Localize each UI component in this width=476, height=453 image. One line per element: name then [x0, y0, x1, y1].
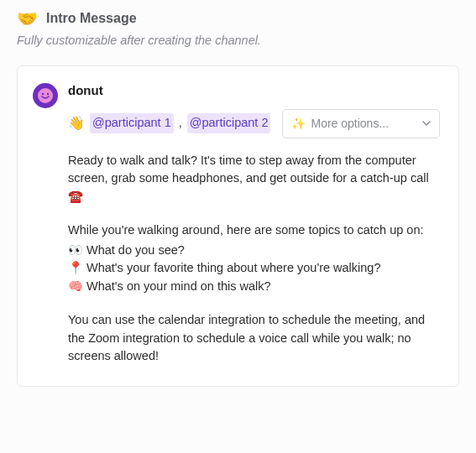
chevron-down-icon	[422, 119, 431, 128]
section-subtitle: Fully customizable after creating the ch…	[17, 34, 459, 47]
more-options-label: More options...	[311, 115, 389, 133]
message-preview-card: donut 👋 @participant 1 , @participant 2 …	[17, 65, 459, 387]
topic-text: What do you see?	[86, 242, 185, 260]
participant-row: 👋 @participant 1 , @participant 2 ✨ More…	[68, 109, 442, 138]
topic-text: What's your favorite thing about where y…	[86, 259, 381, 278]
closing-paragraph: You can use the calendar integration to …	[68, 311, 442, 366]
pin-icon: 📍	[68, 259, 83, 278]
handshake-icon: 🤝	[17, 10, 38, 27]
mention-participant-2[interactable]: @participant 2	[187, 113, 271, 133]
donut-face-icon	[39, 90, 51, 102]
topic-item: 📍 What's your favorite thing about where…	[68, 259, 442, 278]
topics-block: While you're walking around, here are so…	[68, 221, 442, 296]
svg-point-0	[42, 93, 44, 95]
separator: ,	[179, 114, 182, 133]
topic-item: 👀 What do you see?	[68, 242, 442, 260]
bot-avatar	[33, 83, 58, 108]
more-options-dropdown[interactable]: ✨ More options...	[282, 109, 440, 138]
svg-point-1	[47, 93, 49, 95]
sparkle-icon: ✨	[291, 115, 306, 133]
mention-participant-1[interactable]: @participant 1	[90, 113, 174, 133]
section-title: Intro Message	[46, 11, 137, 26]
topic-text: What's on your mind on this walk?	[86, 278, 271, 296]
wave-icon: 👋	[68, 113, 85, 133]
topic-item: 🧠 What's on your mind on this walk?	[68, 278, 442, 296]
topics-intro: While you're walking around, here are so…	[68, 221, 442, 240]
section-header: 🤝 Intro Message	[17, 10, 459, 27]
intro-paragraph: Ready to walk and talk? It's time to ste…	[68, 152, 442, 206]
brain-icon: 🧠	[68, 278, 83, 296]
bot-name: donut	[68, 81, 442, 101]
eyes-icon: 👀	[68, 242, 83, 260]
